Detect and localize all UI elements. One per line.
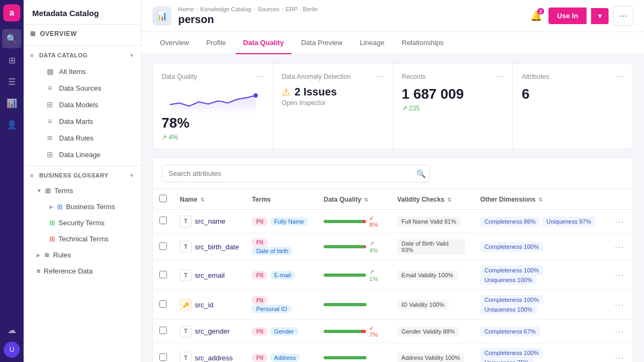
table-row: T src_email PIIE-mail ↗ 1% Email Validit… — [153, 261, 633, 290]
use-in-button[interactable]: Use In — [548, 8, 587, 24]
validity-cell: Full Name Valid 81% — [391, 210, 474, 233]
sidebar-item-overview[interactable]: ⊞ OVERVIEW — [24, 25, 141, 43]
sidebar-section-data-catalog[interactable]: ≡ DATA CATALOG ▼ — [24, 48, 141, 63]
more-options-button[interactable]: ⋯ — [613, 6, 633, 26]
list-rail-icon[interactable]: ☰ — [2, 72, 21, 91]
sidebar-item-all-items[interactable]: ▦ All Items — [36, 63, 139, 79]
type-icon: T — [180, 216, 192, 227]
field-name: src_id — [195, 301, 214, 309]
quality-chart — [162, 86, 264, 113]
tabs-bar: Overview Profile Data Quality Data Previ… — [142, 32, 644, 55]
sidebar-item-rules[interactable]: ▶ ≋ Rules — [26, 248, 139, 262]
name-sort-icon[interactable]: ⇅ — [200, 197, 204, 203]
glossary-icon: ≡ — [30, 172, 34, 179]
breadcrumb-sources[interactable]: Sources — [258, 6, 279, 12]
open-inspector-link[interactable]: Open Inspector — [282, 99, 384, 107]
search-button[interactable]: 🔍 — [416, 169, 426, 178]
sidebar-item-data-models[interactable]: ⊞ Data Models — [36, 97, 139, 113]
rules-icon: ≋ — [44, 251, 50, 259]
quality-trend: ↗ 4% — [162, 134, 264, 141]
tab-lineage[interactable]: Lineage — [352, 32, 392, 54]
breadcrumb: Home › Konwledge Catalog › Sources › ERP… — [178, 6, 522, 12]
records-menu-icon[interactable]: ⋯ — [495, 71, 504, 82]
select-all-checkbox[interactable] — [159, 195, 167, 202]
sidebar-item-data-rules[interactable]: ≋ Data Rules — [36, 130, 139, 146]
notifications-button[interactable]: 🔔 2 — [528, 8, 544, 24]
terms-cell: PIIDate of birth — [245, 233, 317, 261]
search-rail-icon[interactable]: 🔍 — [2, 29, 21, 48]
row-checkbox-4[interactable] — [159, 327, 167, 334]
tab-data-preview[interactable]: Data Preview — [294, 32, 350, 54]
row-checkbox-3[interactable] — [159, 300, 167, 308]
dq-trend: ↗ 4% — [369, 240, 384, 254]
row-more-button[interactable]: ⋯ — [612, 299, 626, 310]
sidebar-item-reference-data[interactable]: ≡ Reference Data — [26, 263, 139, 279]
dq-good-bar — [324, 245, 364, 248]
table-section: 🔍 Name ⇅ Terms Data Quality ⇅ — [152, 158, 633, 362]
tab-overview[interactable]: Overview — [152, 32, 196, 54]
sidebar-item-business-terms[interactable]: ▶ ⊞ Business Terms — [26, 199, 139, 215]
row-checkbox-2[interactable] — [159, 271, 167, 278]
terms-icon: ⊞ — [45, 187, 51, 195]
anomaly-menu-icon[interactable]: ⋯ — [376, 71, 384, 82]
all-items-label: All Items — [59, 68, 86, 76]
sidebar-divider — [24, 45, 141, 46]
tab-data-quality[interactable]: Data Quality — [236, 32, 291, 54]
grid-rail-icon[interactable]: ⊞ — [2, 50, 21, 70]
sidebar-item-security-terms[interactable]: ⊞ Security Terms — [26, 215, 139, 231]
breadcrumb-catalog[interactable]: Konwledge Catalog — [200, 6, 251, 12]
name-cell: T src_email — [173, 261, 245, 290]
row-more-button[interactable]: ⋯ — [612, 241, 626, 252]
tag-pii: PII — [252, 353, 267, 362]
sidebar-section-business-glossary[interactable]: ≡ BUSINESS GLOSSARY ▼ — [24, 168, 141, 183]
dimensions-sort-icon[interactable]: ⇅ — [538, 197, 543, 203]
use-in-dropdown-button[interactable]: ▼ — [591, 8, 609, 24]
stat-card-anomaly: Data Anomaly Detection ⋯ ⚠ 2 Issues Open… — [273, 64, 393, 149]
terms-cell: PIIPersonal ID — [245, 290, 317, 320]
avatar-rail[interactable]: U — [4, 342, 20, 358]
name-cell: T src_name — [173, 210, 245, 233]
app-logo[interactable]: a — [3, 4, 20, 21]
chart-rail-icon[interactable]: 📊 — [2, 93, 21, 113]
search-input[interactable] — [162, 165, 430, 182]
sidebar-item-data-marts[interactable]: ≡ Data Marts — [36, 113, 139, 129]
anomaly-count: 2 Issues — [295, 86, 337, 98]
users-rail-icon[interactable]: 👤 — [2, 115, 21, 134]
sidebar-item-data-sources[interactable]: ≡ Data Sources — [36, 80, 139, 96]
attributes-menu-icon[interactable]: ⋯ — [616, 71, 624, 82]
validity-sort-icon[interactable]: ⇅ — [447, 197, 451, 203]
row-checkbox-0[interactable] — [159, 217, 167, 224]
rules-label: Rules — [53, 251, 71, 259]
dimensions-cell: Completeness 67% — [474, 320, 606, 343]
row-more-button[interactable]: ⋯ — [612, 326, 626, 337]
tab-relationships[interactable]: Relationships — [394, 32, 451, 54]
validity-cell: Gender Validity 88% — [391, 320, 474, 343]
overview-icon: ⊞ — [30, 30, 36, 38]
row-more-button[interactable]: ⋯ — [612, 352, 626, 362]
row-more-button[interactable]: ⋯ — [612, 270, 626, 280]
breadcrumb-erp[interactable]: ERP - Berlin — [286, 6, 318, 12]
row-checkbox-1[interactable] — [159, 242, 167, 250]
header-info: Home › Konwledge Catalog › Sources › ERP… — [178, 6, 522, 26]
attributes-label: Attributes — [522, 73, 549, 80]
dq-bad-bar — [363, 220, 366, 223]
all-items-icon: ▦ — [45, 67, 55, 76]
validity-chip: Date of Birth Valid 93% — [397, 239, 465, 255]
sidebar-item-data-lineage[interactable]: ⊞ Data Lineage — [36, 146, 139, 162]
breadcrumb-home[interactable]: Home — [178, 6, 194, 12]
table-row: T src_address PIIAddress Address Validit… — [153, 343, 633, 363]
data-rules-icon: ≋ — [45, 134, 55, 142]
sidebar-item-terms[interactable]: ▼ ⊞ Terms — [26, 183, 139, 198]
type-icon: T — [180, 326, 192, 337]
dq-good-bar — [324, 330, 361, 333]
tag-personal-id: Personal ID — [252, 305, 291, 313]
cloud-rail-icon[interactable]: ☁ — [2, 320, 21, 339]
sidebar-item-technical-terms[interactable]: ⊞ Technical Terms — [26, 231, 139, 247]
row-checkbox-5[interactable] — [159, 353, 167, 361]
row-more-button[interactable]: ⋯ — [612, 216, 626, 227]
quality-menu-icon[interactable]: ⋯ — [255, 71, 264, 82]
dq-sort-icon[interactable]: ⇅ — [364, 197, 368, 203]
tab-profile[interactable]: Profile — [199, 32, 233, 54]
anomaly-warning-icon: ⚠ — [282, 86, 290, 98]
name-cell: T src_gender — [173, 320, 245, 343]
